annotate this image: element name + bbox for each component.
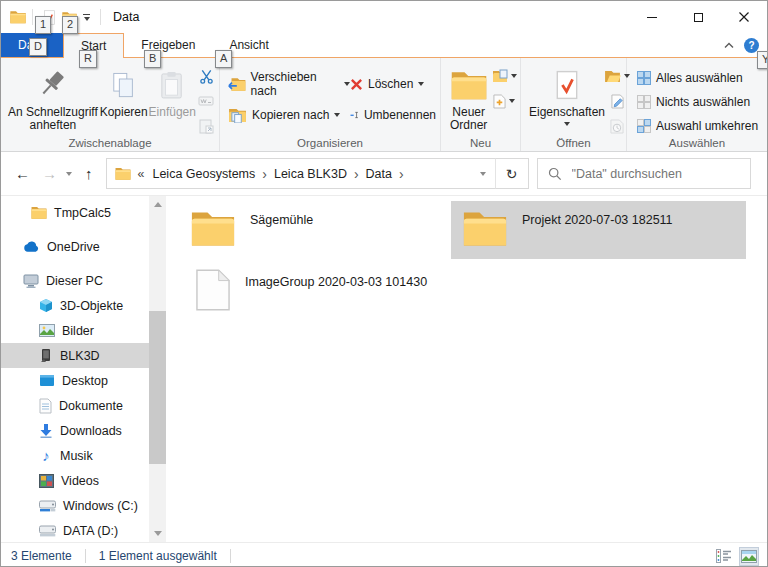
keytip-file: D (29, 38, 47, 56)
breadcrumb-item[interactable]: Leica BLK3D (274, 167, 347, 181)
sidebar-item-desktop[interactable]: Desktop (1, 368, 149, 393)
sidebar-item-windows-c[interactable]: Windows (C:) (1, 493, 149, 518)
sidebar-item-3d-objects[interactable]: 3D-Objekte (1, 293, 149, 318)
copy-path-button[interactable] (198, 91, 214, 111)
thumbnail-view-button[interactable] (739, 547, 759, 566)
address-dropdown-button[interactable] (480, 172, 486, 176)
file-tile-imagegroup[interactable]: ImageGroup 2020-03-03 101430 (179, 263, 447, 321)
window-title: Data (113, 10, 139, 24)
history-button[interactable] (610, 116, 624, 136)
status-bar: 3 Elemente 1 Element ausgewählt (1, 542, 767, 567)
sidebar-item-this-pc[interactable]: Dieser PC (1, 268, 149, 293)
easy-access-button[interactable] (492, 66, 517, 86)
ribbon: An Schnellzugriff anheften Kopieren Einf… (1, 58, 767, 152)
scroll-up-button[interactable] (149, 196, 166, 213)
address-bar[interactable]: « Leica Geosystems › Leica BLK3D › Data … (106, 158, 496, 189)
details-view-icon (716, 549, 732, 563)
paste-shortcut-button[interactable] (199, 116, 214, 136)
minimize-button[interactable] (629, 1, 675, 33)
folder-icon (31, 206, 47, 219)
keytip-share: B (144, 50, 161, 68)
invert-selection-button[interactable]: Auswahl umkehren (637, 117, 758, 136)
sidebar-item-videos[interactable]: Videos (1, 468, 149, 493)
explorer-app-icon (10, 10, 26, 24)
group-open: Eigenschaften Öffnen (521, 58, 627, 151)
delete-button[interactable]: Löschen (350, 73, 436, 95)
music-note-icon: ♪ (39, 447, 53, 464)
breadcrumb-overflow[interactable]: « (138, 167, 145, 181)
group-organize: Verschieben nach Kopieren nach Löschen (220, 58, 441, 151)
select-none-button[interactable]: Nichts auswählen (637, 92, 758, 111)
triangle-down-icon (154, 531, 162, 536)
copy-button[interactable]: Kopieren (99, 61, 149, 136)
documents-icon (39, 398, 52, 414)
new-folder-button[interactable]: Neuer Ordner (447, 61, 490, 136)
search-icon (548, 167, 562, 181)
downloads-icon (39, 423, 53, 438)
sidebar-item-label: BLK3D (60, 349, 100, 363)
sidebar-item-label: Downloads (60, 424, 122, 438)
scroll-down-button[interactable] (149, 525, 166, 542)
move-to-button[interactable]: Verschieben nach (228, 73, 350, 95)
cut-button[interactable] (199, 66, 214, 86)
rename-label: Umbenennen (364, 108, 436, 122)
keytip-home: R (79, 50, 97, 68)
select-all-button[interactable]: Alles auswählen (637, 68, 758, 87)
copy-to-label: Kopieren nach (252, 108, 329, 122)
scrollbar-thumb[interactable] (149, 311, 166, 464)
sidebar-item-downloads[interactable]: Downloads (1, 418, 149, 443)
details-view-button[interactable] (714, 547, 734, 566)
group-label-select: Auswählen (627, 137, 767, 149)
thumbnail-view-icon (741, 550, 757, 563)
recent-locations-button[interactable] (66, 172, 72, 176)
breadcrumb-item[interactable]: Leica Geosystems (152, 167, 255, 181)
sidebar-item-label: Bilder (62, 324, 94, 338)
pin-to-quick-access-button[interactable]: An Schnellzugriff anheften (7, 61, 99, 136)
sidebar-item-tmpcalc5[interactable]: TmpCalc5 (1, 200, 149, 225)
sidebar-item-documents[interactable]: Dokumente (1, 393, 149, 418)
sidebar-item-label: Dokumente (59, 399, 123, 413)
refresh-button[interactable]: ↻ (495, 158, 529, 189)
paste-button[interactable]: Einfügen (149, 61, 196, 136)
sidebar-item-onedrive[interactable]: OneDrive (1, 234, 149, 259)
chevron-down-icon (509, 99, 515, 103)
file-tile-saegemuehle[interactable]: Sägemühle (179, 201, 447, 259)
3d-cube-icon (39, 298, 53, 313)
sidebar-item-data-d[interactable]: DATA (D:) (1, 518, 149, 542)
cut-icon (199, 69, 214, 84)
breadcrumb-separator: › (399, 166, 404, 182)
divider (100, 9, 101, 25)
sidebar-item-blk3d[interactable]: BLK3D (1, 343, 149, 368)
new-folder-label: Neuer Ordner (447, 106, 490, 132)
up-button[interactable]: ↑ (85, 165, 93, 182)
properties-button[interactable]: Eigenschaften (529, 61, 605, 136)
sidebar-item-label: Desktop (62, 374, 108, 388)
select-all-icon (637, 71, 651, 85)
close-button[interactable] (721, 1, 767, 33)
file-tile-projekt[interactable]: Projekt 2020-07-03 182511 (451, 201, 746, 259)
edit-button[interactable] (611, 91, 624, 111)
collapse-ribbon-button[interactable] (724, 42, 734, 49)
sidebar-item-music[interactable]: ♪ Musik (1, 443, 149, 468)
select-none-label: Nichts auswählen (656, 95, 750, 109)
group-label-new: Neu (441, 137, 520, 149)
sidebar-item-pictures[interactable]: Bilder (1, 318, 149, 343)
rename-button[interactable]: Umbenennen (350, 104, 436, 126)
forward-button[interactable]: → (42, 165, 57, 182)
divider (32, 9, 33, 25)
tab-share[interactable]: Freigeben (124, 33, 212, 57)
triangle-up-icon (154, 202, 162, 207)
view-toggles (714, 547, 759, 566)
new-item-button[interactable] (493, 91, 515, 111)
select-none-icon (637, 95, 651, 109)
breadcrumb-item[interactable]: Data (366, 167, 392, 181)
search-input[interactable] (570, 166, 750, 182)
sidebar-scrollbar[interactable] (149, 196, 166, 542)
qat-customize-button[interactable] (83, 14, 90, 21)
maximize-button[interactable] (675, 1, 721, 33)
back-button[interactable]: ← (15, 165, 30, 182)
maximize-icon (694, 13, 703, 22)
group-select: Alles auswählen Nichts auswählen Auswahl… (627, 58, 767, 151)
pictures-icon (39, 324, 55, 337)
copy-to-button[interactable]: Kopieren nach (228, 104, 350, 126)
